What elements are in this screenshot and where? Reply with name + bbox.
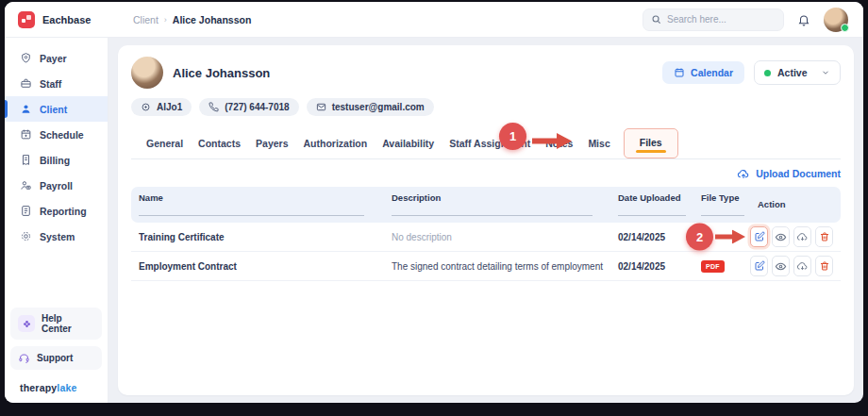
row-actions: 2 (750, 223, 841, 251)
chevron-down-icon (821, 68, 830, 77)
file-description: The signed contract detailing terms of e… (384, 256, 610, 277)
breadcrumb-parent[interactable]: Client (133, 14, 159, 25)
active-status-dot (764, 70, 771, 76)
search-box[interactable] (643, 8, 784, 31)
date-filter-input[interactable] (618, 207, 686, 216)
sidebar-item-label: Billing (40, 155, 70, 166)
help-center-icon (18, 315, 35, 332)
sidebar-item-label: Reporting (40, 206, 87, 217)
sidebar-item-label: Schedule (40, 129, 84, 141)
file-description: No description (384, 226, 610, 248)
view-file-button[interactable] (772, 226, 790, 247)
reporting-icon (20, 205, 32, 217)
sidebar-item-staff[interactable]: Staff (5, 71, 108, 96)
sidebar-item-label: Payer (40, 53, 67, 64)
app-logo[interactable]: Eachbase (5, 11, 108, 28)
delete-file-button[interactable] (815, 226, 833, 247)
view-file-button[interactable] (772, 256, 790, 276)
staff-icon (20, 77, 32, 90)
annotation-step-2: 2 (686, 224, 713, 251)
sidebar-item-system[interactable]: System (5, 224, 108, 249)
table-row-employment-contract: Employment Contract The signed contract … (131, 252, 841, 281)
brand-part2: lake (57, 382, 76, 393)
tab-availability[interactable]: Availability (380, 132, 436, 155)
tab-misc[interactable]: Misc (586, 132, 611, 155)
user-avatar[interactable] (824, 8, 848, 32)
main-content: Alice Johansson Calendar Active (108, 38, 863, 403)
client-avatar (131, 57, 163, 89)
top-bar: Eachbase Client › Alice Johansson (5, 2, 863, 38)
upload-document-link[interactable]: Upload Document (737, 168, 841, 179)
status-dropdown[interactable]: Active (754, 60, 841, 85)
billing-icon (20, 154, 32, 166)
notifications-bell-icon[interactable] (797, 13, 810, 26)
file-name: Employment Contract (131, 256, 384, 277)
file-type-filter-input[interactable] (701, 207, 744, 216)
app-window: Eachbase Client › Alice Johansson (5, 2, 863, 403)
sidebar-item-payer[interactable]: Payer (5, 45, 108, 71)
sidebar-item-billing[interactable]: Billing (5, 147, 108, 173)
brand-part1: therapy (20, 382, 57, 393)
calendar-icon (674, 67, 685, 78)
name-filter-input[interactable] (139, 207, 364, 216)
help-center-label: Help Center (42, 313, 94, 334)
sidebar-item-schedule[interactable]: Schedule (5, 122, 108, 147)
edit-file-button[interactable] (750, 226, 768, 247)
client-email-text: testuser@gmail.com (332, 102, 425, 112)
edit-file-button[interactable] (750, 256, 768, 276)
sidebar-item-label: System (40, 231, 75, 242)
breadcrumb-separator: › (164, 15, 167, 25)
sidebar-item-help-center[interactable]: Help Center (10, 308, 102, 340)
sidebar-item-support[interactable]: Support (10, 346, 102, 370)
sidebar-item-label: Client (40, 104, 67, 115)
mail-icon (316, 102, 326, 112)
support-headset-icon (18, 352, 30, 364)
client-phone-chip: (727) 644-7018 (199, 98, 298, 116)
sidebar-item-client[interactable]: Client (5, 96, 108, 122)
payer-icon (20, 52, 32, 64)
annotation-step-1: 1 (499, 123, 526, 150)
client-name: Alice Johansson (173, 66, 270, 80)
annotation-arrow-2 (715, 230, 745, 244)
client-phone-text: (727) 644-7018 (225, 102, 289, 112)
search-input[interactable] (667, 14, 771, 25)
file-date: 02/14/2025 (610, 256, 693, 277)
tab-files-label: Files (640, 137, 662, 148)
cloud-upload-icon (737, 168, 750, 179)
sidebar-item-label: Payroll (40, 180, 73, 191)
description-filter-input[interactable] (392, 207, 593, 216)
tab-payers[interactable]: Payers (254, 132, 290, 155)
calendar-button-label: Calendar (691, 67, 733, 78)
column-header-file-type: File Type (701, 192, 743, 203)
client-id-chip: AlJo1 (131, 98, 192, 116)
tab-files[interactable]: Files (624, 128, 678, 158)
file-type: PDF (693, 255, 750, 278)
client-detail-card: Alice Johansson Calendar Active (118, 45, 854, 395)
location-icon (141, 102, 151, 112)
download-file-button[interactable] (793, 226, 811, 247)
eachbase-logo-icon (18, 11, 35, 28)
sidebar-item-reporting[interactable]: Reporting (5, 198, 108, 224)
file-name: Training Certificate (131, 226, 384, 248)
client-icon (20, 103, 32, 115)
file-date: 02/14/2025 (610, 226, 693, 248)
annotation-step-2-group: 2 (686, 224, 745, 251)
tab-contacts[interactable]: Contacts (196, 132, 242, 155)
row-actions (750, 252, 841, 280)
download-file-button[interactable] (793, 256, 811, 276)
column-header-name: Name (139, 192, 376, 203)
calendar-button[interactable]: Calendar (662, 61, 744, 84)
app-logo-text: Eachbase (42, 14, 91, 25)
tab-general[interactable]: General (144, 132, 185, 155)
therapylake-brand: therapylake (10, 376, 102, 397)
annotation-arrow-1 (531, 133, 573, 149)
sidebar: Payer Staff Client Schedule Billing Payr… (5, 38, 108, 403)
support-label: Support (37, 353, 73, 363)
delete-file-button[interactable] (815, 256, 833, 276)
sidebar-item-payroll[interactable]: Payroll (5, 173, 108, 198)
tab-authorization[interactable]: Authorization (302, 132, 370, 155)
system-icon (20, 230, 32, 242)
active-tab-underline (636, 150, 666, 153)
pdf-file-type-badge: PDF (701, 260, 725, 273)
client-email-chip: testuser@gmail.com (307, 98, 434, 116)
